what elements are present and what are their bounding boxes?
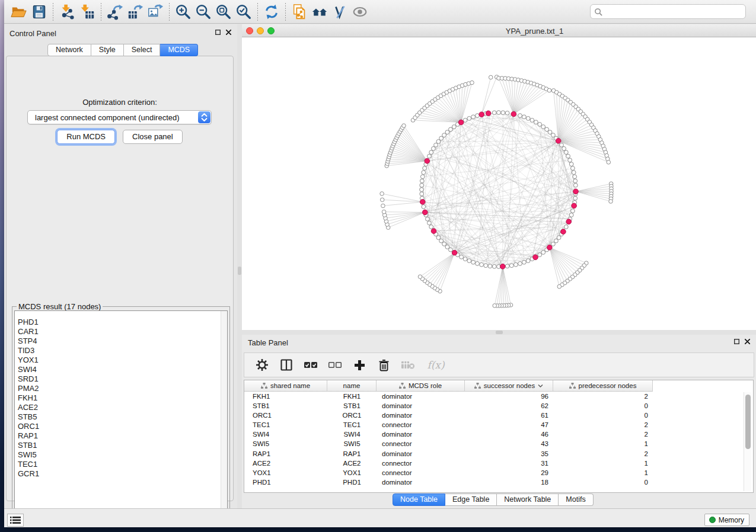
table-cell[interactable]: 31 [465,459,553,468]
tab-edge-table[interactable]: Edge Table [445,493,497,506]
tab-node-table[interactable]: Node Table [393,493,445,506]
table-cell[interactable]: dominator [377,477,465,487]
table-cell[interactable]: 47 [465,420,553,430]
graph-node[interactable] [564,225,568,229]
mcds-result-list[interactable]: PHD1CAR1STP4TID3YOX1SWI4SRD1PMA2FKH1ACE2… [14,310,228,524]
graph-node[interactable] [420,192,424,196]
zoom-out-icon[interactable] [193,2,213,22]
horizontal-splitter[interactable] [242,330,756,335]
table-cell[interactable]: 0 [553,411,653,420]
table-row[interactable]: RAP1RAP1dominator352 [244,449,753,459]
graph-node[interactable] [422,205,426,209]
graph-node[interactable] [436,236,441,240]
graph-node[interactable] [557,284,562,289]
graph-node[interactable] [423,166,427,171]
graph-dominator-node[interactable] [533,255,538,260]
graph-node[interactable] [467,117,471,121]
graph-node[interactable] [518,114,522,118]
table-cell[interactable]: connector [377,420,465,430]
table-row[interactable]: STB1STB1dominator620 [244,401,753,411]
graph-node[interactable] [522,115,527,119]
network-overview-icon[interactable] [310,2,330,22]
table-cell[interactable]: SWI4 [327,430,377,439]
table-cell[interactable]: YOX1 [244,468,327,477]
table-cell[interactable]: connector [377,468,465,477]
table-row[interactable]: ORC1ORC1dominator610 [244,411,753,420]
mcds-result-item[interactable]: PMA2 [18,384,227,393]
table-row[interactable]: PHD1PHD1dominator180 [244,477,753,487]
table-cell[interactable]: 2 [553,430,653,439]
graph-dominator-node[interactable] [431,229,436,234]
float-panel-icon[interactable] [215,30,221,35]
graph-node[interactable] [571,166,575,171]
table-cell[interactable]: dominator [377,401,465,411]
table-cell[interactable]: 2 [553,392,653,401]
table-row[interactable]: ACE2ACE2connector311 [244,459,753,468]
graph-node[interactable] [492,264,496,268]
table-cell[interactable]: dominator [377,411,465,420]
search-box[interactable] [590,4,746,19]
graph-node[interactable] [428,221,432,225]
delete-column-icon[interactable] [377,357,391,373]
column-header-name[interactable]: name [327,380,377,392]
mcds-result-item[interactable]: TEC1 [18,460,227,469]
graph-node[interactable] [526,117,530,121]
table-cell[interactable]: RAP1 [244,449,327,459]
graph-dominator-node[interactable] [458,120,464,125]
graph-node[interactable] [463,257,467,261]
graph-node[interactable] [514,262,518,267]
table-cell[interactable]: SWI5 [244,439,327,448]
graph-node[interactable] [560,143,564,147]
graph-node[interactable] [402,124,406,128]
table-cell[interactable]: PHD1 [244,477,327,487]
graph-node[interactable] [564,150,568,155]
graph-node[interactable] [551,242,556,246]
graph-node[interactable] [471,115,476,119]
mcds-result-item[interactable]: STP4 [18,336,227,346]
graph-node[interactable] [476,262,480,266]
graph-node[interactable] [573,196,578,200]
show-hide-icon[interactable] [350,2,370,22]
graph-node[interactable] [562,146,566,150]
table-cell[interactable]: 29 [465,468,553,477]
export-network-icon[interactable] [105,2,125,22]
table-cell[interactable]: SWI4 [244,430,327,439]
graph-node[interactable] [489,75,493,79]
zoom-selected-icon[interactable] [234,2,254,22]
export-table-icon[interactable] [125,2,145,22]
table-cell[interactable]: STB1 [327,401,377,411]
vertical-splitter[interactable] [237,24,242,508]
graph-node[interactable] [470,81,474,85]
graph-node[interactable] [420,183,424,187]
graph-node[interactable] [476,114,480,118]
graph-node[interactable] [380,198,384,202]
deselect-all-columns-icon[interactable] [328,357,342,373]
clone-network-icon[interactable] [289,2,310,22]
import-network-icon[interactable] [57,2,77,22]
vertical-splitter-grip[interactable] [238,267,241,275]
table-cell[interactable]: 1 [553,468,653,477]
mcds-result-item[interactable]: GCR1 [18,469,227,479]
run-mcds-button[interactable]: Run MCDS [57,130,115,144]
zoom-fit-icon[interactable] [213,2,234,22]
mcds-result-item[interactable]: TID3 [18,346,227,355]
tab-select[interactable]: Select [124,44,161,56]
table-row[interactable]: TEC1TEC1connector472 [244,420,753,430]
table-cell[interactable]: 62 [465,401,553,411]
zoom-in-icon[interactable] [173,2,193,22]
graph-node[interactable] [449,127,453,132]
table-cell[interactable]: ACE2 [244,459,327,468]
mcds-result-item[interactable]: RAP1 [18,431,227,441]
column-layout-icon[interactable] [279,357,294,373]
select-all-columns-icon[interactable] [304,357,318,373]
graph-node[interactable] [434,143,438,147]
table-cell[interactable]: 35 [465,449,553,459]
graph-node[interactable] [460,255,464,259]
close-panel-icon[interactable] [745,339,750,344]
graph-node[interactable] [566,154,570,158]
table-cell[interactable]: 18 [465,477,553,487]
graph-node[interactable] [420,175,425,179]
graph-node[interactable] [538,253,542,257]
graph-node[interactable] [501,111,505,115]
table-cell[interactable]: FKH1 [244,392,327,401]
